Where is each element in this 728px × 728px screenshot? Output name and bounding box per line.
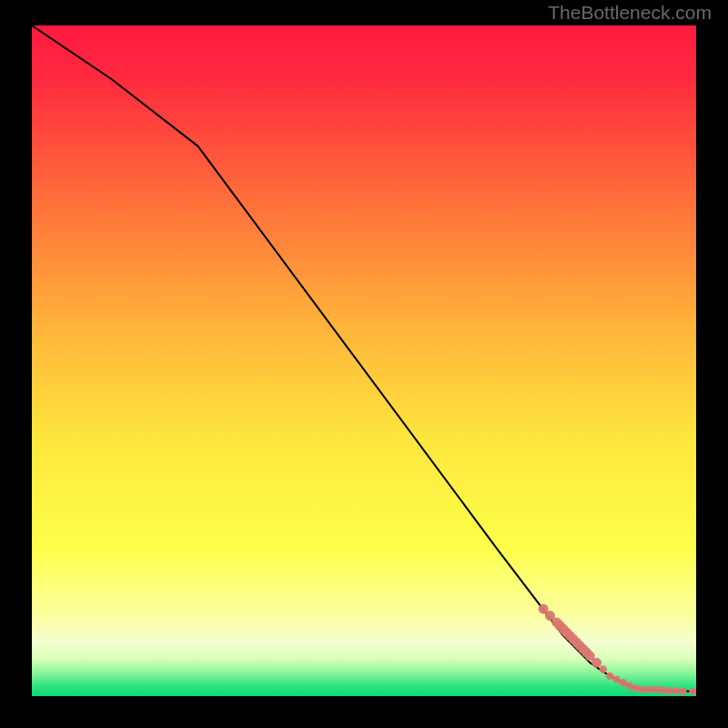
data-point: [592, 658, 602, 668]
chart-plot: [32, 25, 696, 696]
data-point: [626, 682, 633, 690]
data-point: [672, 687, 680, 694]
data-point: [612, 675, 620, 682]
data-point: [632, 684, 640, 692]
data-point: [639, 685, 646, 693]
data-point: [679, 688, 686, 695]
data-point: [659, 686, 666, 693]
data-point: [646, 685, 653, 693]
data-point: [666, 687, 673, 694]
data-point: [600, 665, 607, 672]
data-point: [652, 685, 660, 693]
chart-container: TheBottleneck.com: [0, 0, 728, 728]
watermark-text: TheBottleneck.com: [548, 2, 712, 24]
gradient-background: [32, 25, 696, 696]
data-point: [606, 672, 613, 680]
data-point: [620, 679, 627, 686]
